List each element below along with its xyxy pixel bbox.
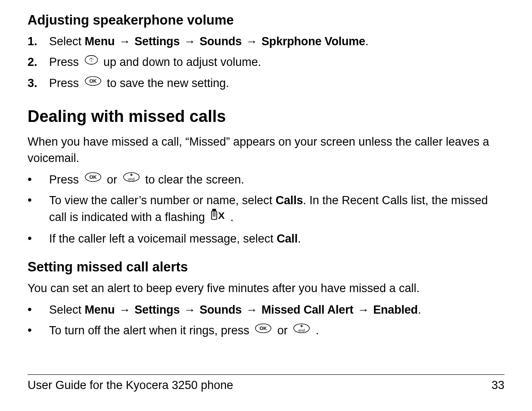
bullet-list: • Press or to clear the screen. • To vie…: [28, 172, 504, 247]
heading-missed-calls: Dealing with missed calls: [28, 105, 504, 128]
menu-label: Menu: [85, 35, 115, 48]
menu-label: Sounds: [199, 303, 242, 316]
bullet-text: Select Menu → Settings → Sounds → Missed…: [49, 302, 504, 318]
text: to clear the screen.: [142, 173, 244, 186]
bullet-icon: •: [28, 302, 49, 317]
document-page: Adjusting speakerphone volume 1. Select …: [0, 0, 532, 411]
step-text: Press to save the new setting.: [49, 75, 504, 92]
paragraph: You can set an alert to beep every five …: [28, 280, 504, 297]
list-item: 3. Press to save the new setting.: [28, 75, 504, 92]
text: .: [365, 35, 369, 48]
page-footer: User Guide for the Kyocera 3250 phone 33: [28, 374, 504, 394]
list-item: 1. Select Menu → Settings → Sounds → Spk…: [28, 34, 504, 50]
text: .: [312, 324, 319, 337]
text: To turn off the alert when it rings, pre…: [49, 324, 252, 337]
menu-label: Sounds: [199, 35, 242, 48]
menu-label: Call: [277, 232, 298, 245]
step-number: 3.: [28, 75, 49, 92]
text: Select: [49, 303, 85, 316]
text: to save the new setting.: [104, 77, 229, 90]
arrow-icon: →: [118, 302, 131, 318]
step-number: 1.: [28, 34, 49, 50]
text: Press: [49, 77, 82, 90]
arrow-icon: →: [245, 34, 258, 50]
text: or: [274, 324, 291, 337]
list-item: • Press or to clear the screen.: [28, 172, 504, 189]
list-item: • Select Menu → Settings → Sounds → Miss…: [28, 302, 504, 318]
bullet-icon: •: [28, 323, 49, 337]
menu-label: Calls: [276, 194, 303, 207]
list-item: • To turn off the alert when it rings, p…: [28, 323, 504, 339]
end-key-icon: [292, 322, 311, 339]
step-text: Press up and down to adjust volume.: [49, 54, 504, 71]
nav-key-icon: [84, 54, 99, 70]
step-text: Select Menu → Settings → Sounds → Spkrph…: [49, 34, 504, 50]
bullet-icon: •: [28, 193, 49, 207]
text: .: [298, 232, 301, 245]
arrow-icon: →: [183, 302, 196, 318]
bullet-icon: •: [28, 172, 49, 187]
arrow-icon: →: [357, 302, 370, 318]
text: Select: [49, 35, 85, 48]
text: .: [418, 303, 421, 316]
page-number: 33: [492, 377, 504, 394]
menu-label: Enabled: [373, 303, 418, 316]
bullet-text: Press or to clear the screen.: [49, 172, 504, 189]
heading-missed-alerts: Setting missed call alerts: [28, 258, 504, 276]
ok-key-icon: [254, 322, 272, 339]
end-key-icon: [122, 171, 140, 187]
menu-label: Settings: [134, 303, 180, 316]
heading-adjust-speakerphone: Adjusting speakerphone volume: [28, 11, 504, 29]
ok-key-icon: [84, 75, 102, 91]
arrow-icon: →: [183, 34, 196, 50]
text: To view the caller’s number or name, sel…: [49, 194, 276, 207]
missed-call-icon: [210, 208, 225, 226]
list-item: • To view the caller’s number or name, s…: [28, 193, 504, 227]
menu-label: Settings: [134, 35, 180, 48]
ok-key-icon: [84, 171, 102, 187]
bullet-text: To view the caller’s number or name, sel…: [49, 193, 504, 227]
arrow-icon: →: [118, 34, 131, 50]
ordered-list: 1. Select Menu → Settings → Sounds → Spk…: [28, 34, 504, 92]
bullet-text: If the caller left a voicemail message, …: [49, 231, 504, 247]
text: .: [227, 211, 233, 224]
bullet-icon: •: [28, 231, 49, 246]
menu-label: Spkrphone Volume: [261, 35, 365, 48]
arrow-icon: →: [245, 302, 258, 318]
footer-title: User Guide for the Kyocera 3250 phone: [28, 377, 233, 394]
text: Press: [49, 173, 82, 186]
menu-label: Menu: [85, 303, 115, 316]
text: up and down to adjust volume.: [100, 56, 261, 68]
step-number: 2.: [28, 54, 49, 71]
bullet-text: To turn off the alert when it rings, pre…: [49, 323, 504, 339]
text: or: [104, 173, 121, 186]
paragraph: When you have missed a call, “Missed” ap…: [28, 134, 504, 167]
text: Press: [49, 56, 82, 68]
list-item: • If the caller left a voicemail message…: [28, 231, 504, 247]
text: If the caller left a voicemail message, …: [49, 232, 277, 245]
bullet-list: • Select Menu → Settings → Sounds → Miss…: [28, 302, 504, 339]
list-item: 2. Press up and down to adjust volume.: [28, 54, 504, 71]
menu-label: Missed Call Alert: [261, 303, 353, 316]
